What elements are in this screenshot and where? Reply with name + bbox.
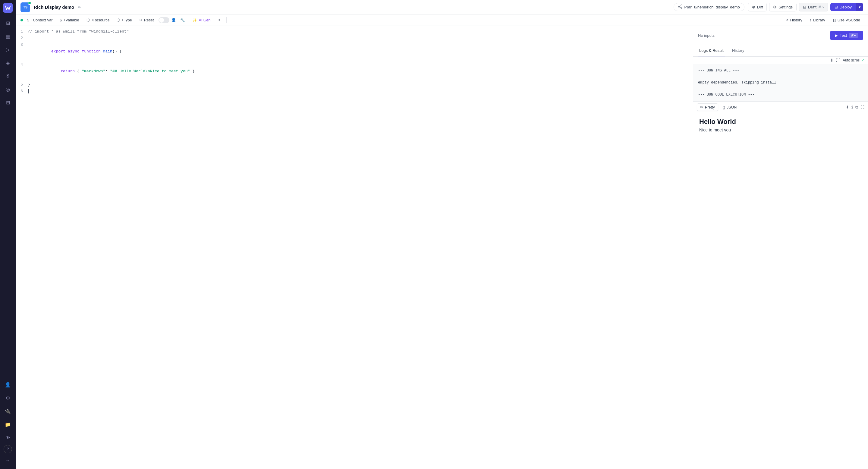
audit-icon: 👁 (5, 435, 10, 440)
svg-point-3 (681, 7, 682, 8)
sidebar-item-apps[interactable]: ◈ (2, 57, 14, 69)
line-num-4: 4 (16, 61, 28, 68)
vscode-button[interactable]: ◧ Use VSCode (830, 16, 863, 24)
person-icon: 👤 (171, 18, 176, 22)
sidebar-item-integrations[interactable]: 🔌 (2, 405, 14, 417)
download-result-icon[interactable]: ⬇ (846, 105, 849, 110)
sidebar-item-settings[interactable]: ⚙ (2, 392, 14, 404)
no-inputs-label: No inputs (698, 33, 715, 38)
logs-section: Logs & Result History ⬇ ⛶ Auto scroll ✓ … (693, 45, 868, 469)
log-line-5: --- BUN CODE EXECUTION --- (698, 92, 863, 98)
integrations-icon: 🔌 (5, 408, 11, 414)
header-actions: ⊕ Diff ⚙ Settings ⊟ Draft ⌘S ⊟ Deploy ▾ (748, 3, 863, 11)
expand-log-icon[interactable]: ⛶ (836, 58, 840, 63)
download-log-icon[interactable]: ⬇ (830, 58, 834, 63)
path-label: Path (684, 5, 692, 9)
tab-logs-result[interactable]: Logs & Result (698, 45, 725, 56)
script-type-badge: TS (21, 2, 30, 12)
right-panel: No inputs ▶ Test ⌘↵ Logs & Result Histor… (693, 26, 868, 469)
inputs-section: No inputs ▶ Test ⌘↵ (693, 26, 868, 45)
sidebar-item-schedules[interactable]: ⊟ (2, 96, 14, 108)
flows-icon: ▷ (6, 47, 10, 53)
info-result-icon[interactable]: ℹ (851, 105, 853, 110)
draft-shortcut: ⌘S (818, 5, 824, 9)
sidebar-item-flows[interactable]: ▷ (2, 43, 14, 56)
line-content-2 (28, 35, 30, 41)
copy-result-icon[interactable]: ⧉ (855, 105, 858, 110)
line-content-1: // import * as wmill from "windmill-clie… (28, 28, 129, 35)
logs-content: --- BUN INSTALL --- empty dependencies, … (693, 64, 868, 101)
tab-json[interactable]: {} JSON (719, 104, 740, 111)
result-content: Hello World Nice to meet you (693, 113, 868, 469)
line-num-6: 6 (16, 88, 28, 95)
sidebar-item-users[interactable]: 👤 (2, 379, 14, 390)
reset-icon: ↺ (139, 18, 143, 22)
help-icon: ? (7, 447, 9, 451)
auto-scroll-label: Auto scroll ✓ (843, 58, 864, 63)
deploy-caret-button[interactable]: ▾ (856, 3, 863, 11)
deploy-group: ⊟ Deploy ▾ (830, 3, 863, 11)
svg-point-2 (681, 5, 682, 6)
variable-button[interactable]: $ +Variable (57, 17, 82, 24)
wrench-button[interactable]: 🔧 (177, 16, 188, 24)
users-icon: 👤 (5, 382, 11, 387)
toggle-dot (159, 18, 164, 23)
diff-button[interactable]: ⊕ Diff (748, 3, 767, 11)
fullscreen-result-icon[interactable]: ⛶ (861, 105, 864, 110)
sidebar-item-dashboard[interactable]: ▦ (2, 30, 14, 42)
pretty-icon: ✏ (700, 105, 704, 110)
chevron-down-icon: ▾ (859, 5, 861, 9)
code-line-4: 4 return { "markdown": "## Hello World\n… (16, 61, 693, 82)
test-button[interactable]: ▶ Test ⌘↵ (830, 31, 863, 40)
type-icon: ⬡ (117, 18, 120, 22)
draft-icon: ⊟ (803, 5, 806, 9)
app-logo[interactable] (2, 2, 13, 13)
library-icon: ⫾ (809, 18, 812, 22)
tab-history[interactable]: History (731, 45, 745, 56)
result-subtitle: Nice to meet you (699, 127, 862, 132)
toggle-switch[interactable] (158, 17, 169, 23)
settings-icon: ⚙ (6, 395, 10, 401)
sidebar-item-folders[interactable]: 📁 (2, 418, 14, 430)
line-num-3: 3 (16, 41, 28, 48)
diff-icon: ⊕ (752, 5, 755, 9)
path-pill[interactable]: Path u/henri/rich_display_demo (674, 3, 744, 11)
ai-gen-button[interactable]: ✨ AI Gen (189, 16, 213, 24)
logs-tabs: Logs & Result History (693, 45, 868, 57)
sidebar-item-audit[interactable]: 👁 (2, 432, 14, 444)
sparkle-button[interactable]: ✦ (215, 16, 224, 24)
context-var-button[interactable]: $ +Context Var (24, 17, 56, 24)
variable-icon: $ (60, 18, 62, 22)
history-button[interactable]: ↺ History (782, 16, 805, 24)
status-indicator (21, 19, 23, 22)
type-button[interactable]: ⬡ +Type (114, 16, 135, 24)
sidebar-item-resources[interactable]: ◎ (2, 83, 14, 95)
sidebar-item-variables[interactable]: $ (2, 70, 14, 82)
main-content: TS Rich Display demo ✏ Path u/henri/rich… (16, 0, 868, 469)
wrench-icon: 🔧 (180, 18, 185, 22)
reset-button[interactable]: ↺ Reset (136, 16, 157, 24)
sidebar-item-expand[interactable]: → (2, 455, 14, 467)
code-line-2: 2 (16, 35, 693, 41)
deploy-button[interactable]: ⊟ Deploy (830, 3, 856, 11)
edit-title-icon[interactable]: ✏ (78, 5, 82, 10)
settings-button[interactable]: ⚙ Settings (769, 3, 797, 11)
sidebar: ⊞ ▦ ▷ ◈ $ ◎ ⊟ 👤 ⚙ 🔌 📁 👁 ? (0, 0, 16, 469)
resource-button[interactable]: ⬡ +Resource (84, 16, 113, 24)
code-line-1: 1 // import * as wmill from "windmill-cl… (16, 28, 693, 35)
editor-panel: 1 // import * as wmill from "windmill-cl… (16, 26, 868, 469)
line-num-1: 1 (16, 28, 28, 35)
history-icon: ↺ (785, 18, 789, 22)
library-button[interactable]: ⫾ Library (807, 16, 828, 24)
sidebar-item-help[interactable]: ? (4, 445, 12, 453)
code-editor[interactable]: 1 // import * as wmill from "windmill-cl… (16, 26, 693, 469)
draft-button[interactable]: ⊟ Draft ⌘S (799, 3, 828, 11)
tab-pretty[interactable]: ✏ Pretty (697, 103, 718, 111)
code-line-6: 6 (16, 88, 693, 95)
toolbar-separator (226, 17, 227, 23)
result-section: ✏ Pretty {} JSON ⬇ ℹ ⧉ ⛶ (693, 101, 868, 469)
resources-icon: ◎ (6, 87, 10, 92)
sidebar-item-home[interactable]: ⊞ (2, 17, 14, 29)
line-content-5: } (28, 82, 30, 88)
editor-toolbar: $ +Context Var $ +Variable ⬡ +Resource ⬡… (16, 14, 868, 26)
